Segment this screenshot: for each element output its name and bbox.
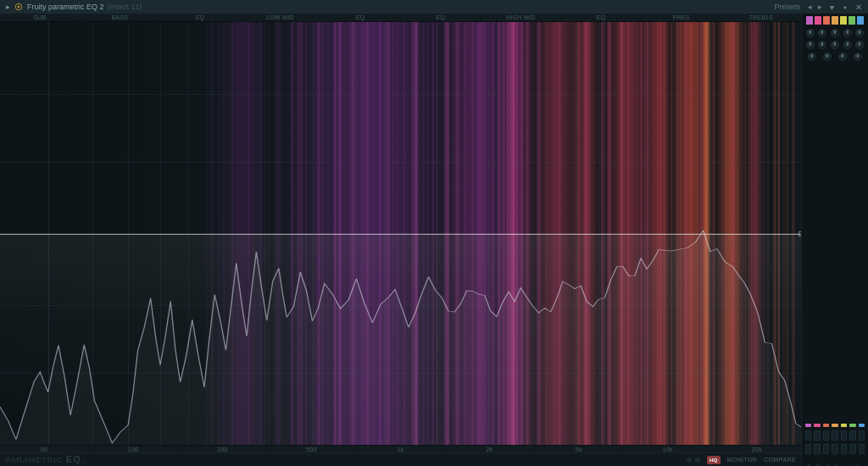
filter-shape-icon[interactable] <box>805 458 812 464</box>
band-chip-lower-icon[interactable] <box>823 424 829 427</box>
band-knob[interactable] <box>855 29 864 37</box>
band-knob-grid <box>802 25 868 64</box>
band-knob[interactable] <box>843 29 852 37</box>
band-chip-icon[interactable] <box>832 16 838 25</box>
band-chip-lower-icon[interactable] <box>832 424 837 427</box>
filter-shape-icon[interactable] <box>815 458 821 464</box>
freq-tick-50: 50 <box>0 446 89 452</box>
filter-shape-icon[interactable] <box>843 458 849 464</box>
filter-shape-icon[interactable] <box>824 458 831 464</box>
band-slot[interactable] <box>832 430 837 441</box>
plugin-logo-icon[interactable] <box>14 2 24 12</box>
filter-shape-icon[interactable] <box>861 458 868 464</box>
band-knob[interactable] <box>818 29 826 37</box>
zero-db-handle-icon[interactable] <box>798 231 801 236</box>
preset-prev-icon[interactable]: ◂ <box>805 3 814 11</box>
band-slot[interactable] <box>841 444 847 454</box>
band-knob[interactable] <box>806 41 815 49</box>
band-slot[interactable] <box>859 444 865 454</box>
band-slot[interactable] <box>805 444 811 454</box>
band-chip-icon[interactable] <box>815 16 821 25</box>
band-label-high-mid[interactable]: HIGH MID <box>481 14 562 21</box>
band-knob[interactable] <box>806 29 815 37</box>
spectrum-display[interactable] <box>0 22 801 445</box>
brand-eq: EQ <box>66 454 81 464</box>
band-label-pres[interactable]: PRES <box>642 14 722 21</box>
band-knob[interactable] <box>838 53 847 61</box>
filter-shape-icon[interactable] <box>833 458 840 464</box>
band-slot[interactable] <box>823 444 829 454</box>
band-color-chips-lower <box>805 424 865 427</box>
band-sidebar <box>802 14 868 466</box>
compare-button[interactable]: COMPARE <box>764 457 796 463</box>
band-knob[interactable] <box>855 41 864 49</box>
presets-button[interactable]: Presets <box>774 3 800 11</box>
band-chip-icon[interactable] <box>857 16 864 25</box>
band-label-eq[interactable]: EQ <box>160 14 241 21</box>
freq-tick-100: 100 <box>89 446 178 452</box>
band-knob[interactable] <box>818 41 826 49</box>
band-slot[interactable] <box>823 430 829 441</box>
insert-slot-label: (Insert 11) <box>108 3 142 11</box>
band-slot[interactable] <box>859 430 865 441</box>
preset-next-icon[interactable]: ▸ <box>815 3 824 11</box>
indicator-dot-icon[interactable] <box>695 458 700 463</box>
band-chip-lower-icon[interactable] <box>805 424 811 427</box>
band-label-sub[interactable]: SUB <box>0 14 81 21</box>
band-chip-lower-icon[interactable] <box>859 424 865 427</box>
freq-tick-10k: 10k <box>624 446 713 452</box>
freq-tick-20k: 20k <box>713 446 801 452</box>
collapse-arrow-icon[interactable]: ▸ <box>3 3 12 11</box>
frequency-ruler: 501002005001k2k5k10k20k <box>0 445 801 452</box>
band-slot[interactable] <box>832 444 837 454</box>
band-chip-icon[interactable] <box>823 16 830 25</box>
band-slot[interactable] <box>841 430 847 441</box>
band-slot[interactable] <box>814 444 820 454</box>
band-slot[interactable] <box>814 430 820 441</box>
brand-pre: PARAMETRIC <box>5 456 63 464</box>
band-label-eq[interactable]: EQ <box>401 14 481 21</box>
maximize-icon[interactable]: ▪ <box>839 2 851 12</box>
band-chip-lower-icon[interactable] <box>814 424 820 427</box>
freq-tick-200: 200 <box>178 446 267 452</box>
sidebar-fill <box>802 64 868 420</box>
band-slot[interactable] <box>849 430 855 441</box>
freq-tick-5k: 5k <box>535 446 624 452</box>
plugin-footer: PARAMETRIC EQ2 HQ MONITOR COMPARE <box>0 452 801 466</box>
band-label-low-mid[interactable]: LOW MID <box>241 14 321 21</box>
band-labels-top: SUBBASSEQLOW MIDEQEQHIGH MIDEQPRESTREBLE <box>0 14 801 22</box>
band-knob[interactable] <box>808 53 816 61</box>
band-color-chips <box>802 14 868 25</box>
freq-tick-500: 500 <box>267 446 356 452</box>
band-chip-icon[interactable] <box>840 16 847 25</box>
band-chip-lower-icon[interactable] <box>849 424 855 427</box>
band-chip-lower-icon[interactable] <box>841 424 847 427</box>
sidebar-bottom <box>802 420 868 466</box>
indicator-dot-icon[interactable] <box>687 458 692 463</box>
filter-shape-icon[interactable] <box>852 458 859 464</box>
band-knob[interactable] <box>831 29 839 37</box>
window-title: Fruity parametric EQ 2 <box>27 3 104 11</box>
band-chip-icon[interactable] <box>849 16 855 25</box>
monitor-button[interactable]: MONITOR <box>727 457 758 463</box>
band-slot[interactable] <box>805 430 811 441</box>
band-order-slots <box>805 444 865 454</box>
band-knob[interactable] <box>831 41 839 49</box>
band-label-eq[interactable]: EQ <box>320 14 401 21</box>
hq-button[interactable]: HQ <box>707 456 721 464</box>
band-slot[interactable] <box>849 444 855 454</box>
titlebar: ▸ Fruity parametric EQ 2 (Insert 11) Pre… <box>0 0 868 14</box>
filter-shape-icons <box>805 458 865 464</box>
band-knob[interactable] <box>823 53 832 61</box>
band-chip-icon[interactable] <box>806 16 813 25</box>
footer-indicators <box>687 458 700 463</box>
band-label-bass[interactable]: BASS <box>81 14 161 21</box>
band-knob[interactable] <box>843 41 852 49</box>
brand-sub: 2 <box>81 459 86 465</box>
minimize-icon[interactable]: ▾ <box>826 2 837 12</box>
band-label-treble[interactable]: TREBLE <box>721 14 801 21</box>
close-icon[interactable]: ✕ <box>853 2 865 12</box>
band-label-eq[interactable]: EQ <box>561 14 642 21</box>
band-type-slots <box>805 430 865 441</box>
band-knob[interactable] <box>854 53 862 61</box>
